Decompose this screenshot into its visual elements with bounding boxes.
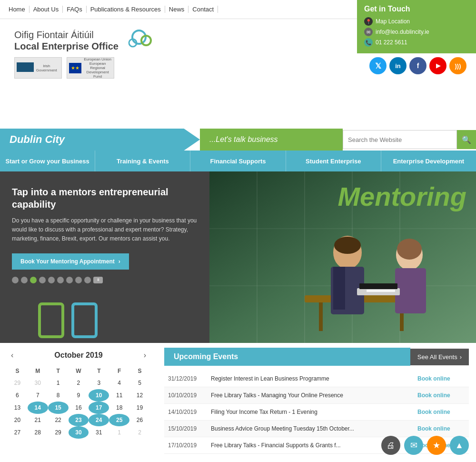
carousel-dot-3[interactable] xyxy=(30,277,37,283)
calendar-title: October 2019 xyxy=(54,351,102,360)
carousel-dot-6[interactable] xyxy=(57,277,64,283)
calendar-day[interactable]: 19 xyxy=(129,402,150,414)
search-button[interactable]: 🔍 xyxy=(457,130,476,149)
calendar-day[interactable]: 15 xyxy=(48,402,69,414)
calendar-day[interactable]: 9 xyxy=(69,389,89,402)
nav-publications[interactable]: Publications & Resources xyxy=(87,6,165,13)
event-book-link[interactable]: Book online xyxy=(414,387,469,404)
youtube-icon[interactable]: ▶ xyxy=(429,57,446,74)
calendar-next-button[interactable]: › xyxy=(140,350,150,361)
calendar-day[interactable]: 30 xyxy=(69,426,89,439)
calendar-day[interactable]: 12 xyxy=(129,389,150,402)
carousel-dot-8[interactable] xyxy=(75,277,82,283)
carousel-dot-2[interactable] xyxy=(21,277,28,283)
nav-home[interactable]: Home xyxy=(5,6,30,13)
calendar-day[interactable]: 20 xyxy=(7,414,28,426)
calendar-day[interactable]: 5 xyxy=(129,377,150,389)
calendar-day[interactable]: 23 xyxy=(69,414,89,426)
svg-rect-12 xyxy=(319,302,323,331)
calendar-day[interactable]: 26 xyxy=(129,414,150,426)
deco-rect-1 xyxy=(38,302,64,338)
calendar-day[interactable]: 14 xyxy=(28,402,48,414)
nav-training-events[interactable]: Training & Events xyxy=(95,151,190,171)
dublin-city-label: Dublin City xyxy=(0,129,200,151)
calendar-day[interactable]: 27 xyxy=(7,426,28,439)
calendar-day[interactable]: 17 xyxy=(89,402,109,414)
carousel-dot-1[interactable] xyxy=(12,277,19,283)
calendar-day[interactable]: 2 xyxy=(129,426,150,439)
facebook-icon[interactable]: f xyxy=(409,57,426,74)
nav-enterprise[interactable]: Enterprise Development xyxy=(381,151,476,171)
calendar-day[interactable]: 25 xyxy=(109,414,129,426)
calendar-day[interactable]: 28 xyxy=(28,426,48,439)
calendar-day[interactable]: 31 xyxy=(89,426,109,439)
hero-section: Tap into a mentors entrepreneurial capab… xyxy=(0,171,476,343)
nav-financial[interactable]: Financial Supports xyxy=(190,151,286,171)
nav-news[interactable]: News xyxy=(165,6,189,13)
calendar-day[interactable]: 10 xyxy=(89,389,109,402)
events-header: Upcoming Events See All Events › xyxy=(164,348,469,366)
cal-header-mon: M xyxy=(28,365,48,377)
social-icons: 𝕏 in f ▶ ))) xyxy=(369,57,466,74)
calendar-day[interactable]: 16 xyxy=(69,402,89,414)
search-input[interactable] xyxy=(343,130,457,149)
govt-logo: Irish Government xyxy=(14,57,62,79)
carousel-dot-4[interactable] xyxy=(39,277,46,283)
logo-text: Oifig Fiontair Áitiúil Local Enterprise … xyxy=(14,29,156,52)
calendar-day[interactable]: 24 xyxy=(89,414,109,426)
event-book-link[interactable]: Book online xyxy=(414,404,469,421)
carousel-dot-7[interactable] xyxy=(66,277,73,283)
hero-title: Tap into a mentors entrepreneurial capab… xyxy=(12,186,198,211)
hero-cta-button[interactable]: Book Your Mentoring Appointment › xyxy=(12,253,129,270)
carousel-pause[interactable]: ⏸ xyxy=(93,277,103,283)
scroll-top-icon[interactable]: ▲ xyxy=(450,436,469,455)
calendar-day[interactable]: 8 xyxy=(48,389,69,402)
carousel-dot-9[interactable] xyxy=(84,277,91,283)
calendar-day[interactable]: 29 xyxy=(48,426,69,439)
svg-rect-20 xyxy=(359,283,397,289)
calendar-day[interactable]: 1 xyxy=(48,377,69,389)
nav-student[interactable]: Student Enterprise xyxy=(286,151,381,171)
hero-body: Do you have a specific opportunity or ch… xyxy=(12,216,198,244)
nav-about[interactable]: About Us xyxy=(30,6,63,13)
calendar-day[interactable]: 4 xyxy=(109,377,129,389)
calendar-day[interactable]: 11 xyxy=(109,389,129,402)
event-date: 15/10/2019 xyxy=(164,421,207,437)
calendar-day[interactable]: 22 xyxy=(48,414,69,426)
linkedin-icon[interactable]: in xyxy=(389,57,407,74)
calendar-day[interactable]: 18 xyxy=(109,402,129,414)
arrow-right-icon: › xyxy=(460,353,462,361)
event-row: 10/10/2019 Free Library Talks - Managing… xyxy=(164,387,469,404)
calendar-day[interactable]: 6 xyxy=(7,389,28,402)
see-all-events-button[interactable]: See All Events › xyxy=(410,349,469,365)
email-float-icon[interactable]: ✉ xyxy=(404,436,423,455)
print-icon[interactable]: 🖨 xyxy=(381,436,400,455)
event-book-link[interactable]: Book online xyxy=(414,371,469,387)
calendar-grid: S M T W T F S 29301234567891011121314151… xyxy=(7,365,150,439)
calendar-day[interactable]: 2 xyxy=(69,377,89,389)
nav-start-grow[interactable]: Start or Grow your Business xyxy=(0,151,95,171)
calendar-day[interactable]: 1 xyxy=(109,426,129,439)
calendar-prev-button[interactable]: ‹ xyxy=(7,350,17,361)
event-date: 14/10/2019 xyxy=(164,404,207,421)
rss-icon[interactable]: ))) xyxy=(449,57,466,74)
calendar-day[interactable]: 29 xyxy=(7,377,28,389)
arrow-icon: › xyxy=(119,258,120,265)
carousel-dots: ⏸ xyxy=(12,277,198,283)
calendar-day[interactable]: 13 xyxy=(7,402,28,414)
bookmark-icon[interactable]: ★ xyxy=(427,436,446,455)
nav-contact[interactable]: Contact xyxy=(188,6,218,13)
event-name: Business Advice Group Meeting Tuesday 15… xyxy=(207,421,414,437)
calendar-day[interactable]: 21 xyxy=(28,414,48,426)
event-name: Register Interest in Lean Business Progr… xyxy=(207,371,414,387)
event-book-link[interactable]: Book online xyxy=(414,421,469,437)
svg-point-22 xyxy=(397,239,422,260)
calendar-day[interactable]: 7 xyxy=(28,389,48,402)
calendar-day[interactable]: 3 xyxy=(89,377,109,389)
carousel-dot-5[interactable] xyxy=(48,277,55,283)
twitter-icon[interactable]: 𝕏 xyxy=(369,57,387,74)
event-name: Filing Your Income Tax Return - 1 Evenin… xyxy=(207,404,414,421)
nav-faqs[interactable]: FAQs xyxy=(63,6,87,13)
logo-line2: Local Enterprise Office xyxy=(14,40,119,52)
calendar-day[interactable]: 30 xyxy=(28,377,48,389)
